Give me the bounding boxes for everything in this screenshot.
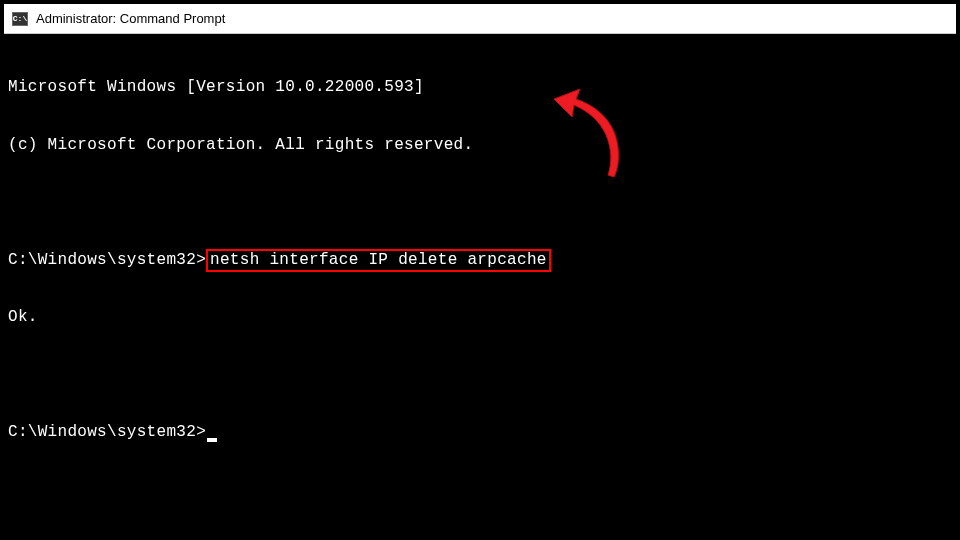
version-line: Microsoft Windows [Version 10.0.22000.59… — [8, 78, 952, 97]
blank-line — [8, 194, 952, 213]
cursor — [207, 438, 217, 442]
blank-line — [8, 366, 952, 385]
command-prompt-window: C:\ Administrator: Command Prompt Micros… — [0, 0, 960, 540]
terminal-area[interactable]: Microsoft Windows [Version 10.0.22000.59… — [4, 34, 956, 536]
cmd-icon: C:\ — [12, 12, 28, 26]
window-title: Administrator: Command Prompt — [36, 11, 225, 26]
command-highlight: netsh interface IP delete arpcache — [206, 249, 551, 272]
command-text: netsh interface IP delete arpcache — [210, 251, 547, 269]
command-line-2: C:\Windows\system32> — [8, 423, 952, 442]
prompt-path: C:\Windows\system32> — [8, 423, 206, 441]
command-line-1: C:\Windows\system32>netsh interface IP d… — [8, 251, 952, 270]
response-line: Ok. — [8, 308, 952, 327]
copyright-line: (c) Microsoft Corporation. All rights re… — [8, 136, 952, 155]
titlebar[interactable]: C:\ Administrator: Command Prompt — [4, 4, 956, 34]
prompt-path: C:\Windows\system32> — [8, 251, 206, 269]
